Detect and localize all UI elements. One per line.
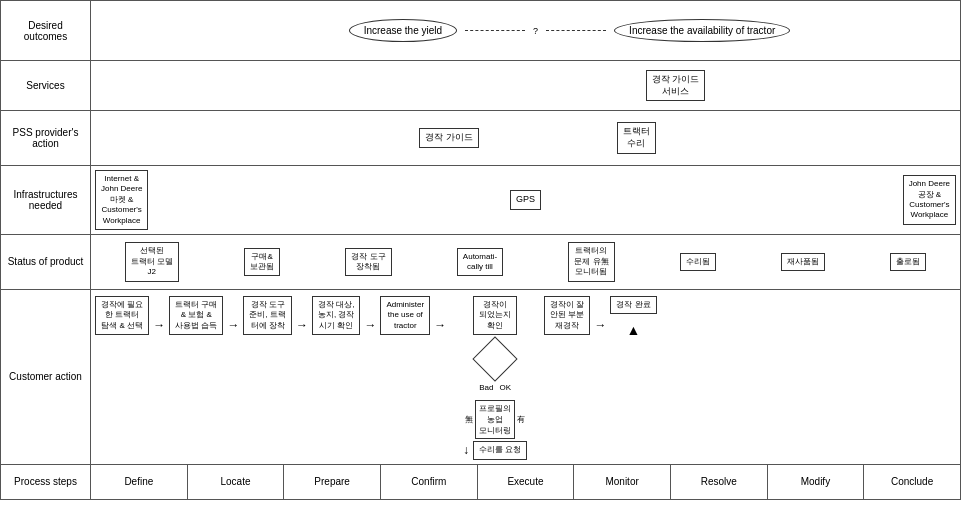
ok-label: OK [500,383,512,392]
arrow-2: → [296,318,308,332]
infra-box1: Internet & John Deere 마켓 & Customer's Wo… [95,170,148,230]
process-step-monitor: Monitor [574,464,671,499]
status-item-4: 트랙터의 문제 유無 모니터됨 [568,242,614,281]
arrow-0: → [153,318,165,332]
customer-col-1: 트랙터 구매 & 보험 & 사용법 습득 [169,296,223,335]
infra-content: Internet & John Deere 마켓 & Customer's Wo… [91,166,961,235]
arrow-up: ▲ [627,322,641,338]
pss-box1: 경작 가이드 [419,128,479,148]
sub-chinese-2: 有 [517,414,525,425]
infra-box3: John Deere 공장 & Customer's Workplace [903,175,956,225]
process-steps-label: Process steps [1,464,91,499]
arrow-3: → [364,318,376,332]
arrow-1: → [227,318,239,332]
customer-col-3: 경작 대상, 농지, 경작 시기 확인 [312,296,360,335]
dashed-connector-2 [546,30,606,31]
customer-box-2: 경작 도구 준비, 트랙 터에 장착 [243,296,291,335]
process-step-resolve: Resolve [670,464,767,499]
customer-row: Customer action 경작에 필요 한 트랙터 탐색 & 선택 → 트… [1,289,961,464]
bad-path: 경작이 잘 안된 부분 재경작 [544,296,590,335]
status-item-3: Automati- cally till [457,248,503,277]
status-item-5: 수리됨 [680,253,716,271]
services-row: Services 경작 가이드 서비스 [1,61,961,111]
status-label: Status of product [1,234,91,289]
customer-col-4: Administer the use of tractor [380,296,430,335]
infra-row: Infrastructuresneeded Internet & John De… [1,166,961,235]
re-farm-box: 경작이 잘 안된 부분 재경작 [544,296,590,335]
repair-box: 수리를 요청 [473,441,527,459]
arrow-4: → [434,318,446,332]
customer-box-4: Administer the use of tractor [380,296,430,335]
status-row: Status of product 선택된 트랙터 모델 J2 구매& 보관됨 … [1,234,961,289]
customer-col-2: 경작 도구 준비, 트랙 터에 장착 [243,296,291,335]
main-diagram-table: Desired outcomes Increase the yield ? In… [0,0,961,500]
customer-box-3: 경작 대상, 농지, 경작 시기 확인 [312,296,360,335]
status-item-6: 재사품됨 [781,253,825,271]
process-step-locate: Locate [187,464,284,499]
services-label: Services [1,61,91,111]
process-step-prepare: Prepare [284,464,381,499]
arrow-5: → [594,318,606,332]
pss-label: PSS provider'saction [1,111,91,166]
status-item-0: 선택된 트랙터 모델 J2 [125,242,179,281]
service-box: 경작 가이드 서비스 [646,70,706,101]
question-mark: ? [533,26,538,36]
customer-col-0: 경작에 필요 한 트랙터 탐색 & 선택 [95,296,149,335]
monitor-area: 경작이 되었는지 확인 Bad OK 無 프로필의 농업 모니터링 [450,296,540,460]
customer-box-1: 트랙터 구매 & 보험 & 사용법 습득 [169,296,223,335]
status-content: 선택된 트랙터 모델 J2 구매& 보관됨 경작 도구 장착됨 Automati… [91,234,961,289]
desired-outcomes-label: Desired outcomes [1,1,91,61]
sub-arrow-down: ↓ [463,443,469,457]
pss-content: 경작 가이드 트랙터 수리 [91,111,961,166]
sub-chinese-1: 無 [465,414,473,425]
customer-box-0: 경작에 필요 한 트랙터 탐색 & 선택 [95,296,149,335]
status-item-7: 출로됨 [890,253,926,271]
bad-label: Bad [479,383,493,392]
process-step-conclude: Conclude [864,464,961,499]
process-step-define: Define [91,464,188,499]
customer-content: 경작에 필요 한 트랙터 탐색 & 선택 → 트랙터 구매 & 보험 & 사용법… [91,289,961,464]
diamond-shape [473,336,518,381]
oval-yield: Increase the yield [349,19,457,42]
oval-tractor: Increase the availability of tractor [614,19,790,42]
dashed-connector-1 [465,30,525,31]
monitor-box: 경작이 되었는지 확인 [473,296,517,335]
infra-label: Infrastructuresneeded [1,166,91,235]
customer-label: Customer action [1,289,91,464]
status-item-2: 경작 도구 장착됨 [345,248,391,277]
services-content: 경작 가이드 서비스 [91,61,961,111]
desired-outcomes-row: Desired outcomes Increase the yield ? In… [1,1,961,61]
process-step-confirm: Confirm [380,464,477,499]
process-steps-row: Process steps Define Locate Prepare Conf… [1,464,961,499]
process-step-execute: Execute [477,464,574,499]
pss-row: PSS provider'saction 경작 가이드 트랙터 수리 [1,111,961,166]
process-step-modify: Modify [767,464,864,499]
desired-outcomes-content: Increase the yield ? Increase the availa… [91,1,961,61]
status-item-1: 구매& 보관됨 [244,248,280,277]
customer-col-conclude: 경작 완료 ▲ [610,296,656,338]
infra-box2: GPS [510,190,541,210]
sub-flow-box: 프로필의 농업 모니터링 [475,400,515,439]
conclude-box: 경작 완료 [610,296,656,314]
pss-box2: 트랙터 수리 [617,122,656,153]
